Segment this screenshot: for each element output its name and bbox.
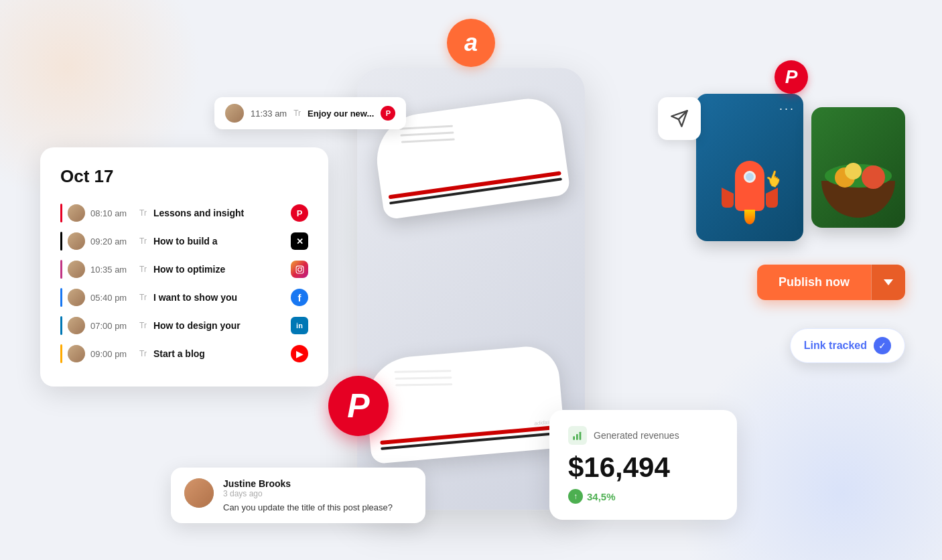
svg-rect-6: [576, 434, 578, 440]
schedule-item: 09:20 am Tr How to build a ✕: [60, 227, 308, 255]
notification-bar: 11:33 am Tr Enjoy our new... P: [214, 97, 406, 129]
comment-text: Can you update the title of this post pl…: [223, 502, 393, 512]
pinterest-top-right-letter: P: [785, 66, 798, 88]
revenue-label: Generated revenues: [594, 430, 679, 441]
schedule-title-6: Start a blog: [153, 348, 285, 359]
schedule-card: Oct 17 08:10 am Tr Lessons and insight P…: [40, 147, 328, 387]
growth-arrow-icon: ↑: [568, 489, 583, 504]
schedule-item: 08:10 am Tr Lessons and insight P: [60, 199, 308, 227]
link-tracked-badge: Link tracked ✓: [790, 328, 905, 363]
svg-point-2: [301, 267, 302, 268]
growth-percentage: 34,5%: [587, 491, 616, 502]
app-logo: a: [447, 19, 495, 67]
notification-platform-icon: P: [381, 106, 395, 121]
schedule-bar-5: [60, 316, 62, 335]
schedule-bar-2: [60, 232, 62, 251]
notification-text-icon: Tr: [293, 109, 301, 118]
schedule-item: 05:40 pm Tr I want to show you f: [60, 283, 308, 311]
schedule-text-icon-6: Tr: [139, 349, 147, 358]
schedule-date: Oct 17: [60, 166, 308, 187]
schedule-avatar-5: [68, 317, 85, 334]
schedule-text-icon-1: Tr: [139, 208, 147, 218]
schedule-title-5: How to design your: [153, 320, 285, 331]
schedule-item: 10:35 am Tr How to optimize: [60, 255, 308, 283]
notification-avatar: [225, 104, 244, 123]
schedule-title-2: How to build a: [153, 236, 285, 247]
schedule-bar-6: [60, 344, 62, 363]
revenue-card: Generated revenues $16,494 ↑ 34,5%: [549, 410, 737, 520]
pinterest-top-right-icon: P: [775, 60, 808, 94]
send-icon: [670, 109, 689, 128]
publish-dropdown-button[interactable]: [871, 265, 905, 300]
comment-author-name: Justine Brooks: [223, 478, 393, 489]
chevron-down-icon: [884, 279, 893, 285]
schedule-bar-3: [60, 260, 62, 279]
schedule-time-5: 07:00 pm: [90, 321, 134, 331]
schedule-bar-4: [60, 288, 62, 307]
svg-rect-0: [296, 266, 304, 273]
platform-icon-instagram: [291, 261, 308, 278]
publish-button-container[interactable]: Publish now: [757, 265, 905, 300]
schedule-text-icon-3: Tr: [139, 265, 147, 274]
chart-icon: [572, 430, 583, 441]
schedule-time-4: 05:40 pm: [90, 293, 134, 303]
schedule-text-icon-5: Tr: [139, 321, 147, 330]
notification-text: Enjoy our new...: [308, 109, 374, 119]
schedule-item: 07:00 pm Tr How to design your in: [60, 311, 308, 340]
schedule-title-3: How to optimize: [153, 264, 285, 275]
schedule-bar-1: [60, 204, 62, 222]
svg-point-1: [297, 267, 301, 271]
schedule-text-icon-4: Tr: [139, 293, 147, 302]
comment-card: Justine Brooks 3 days ago Can you update…: [171, 468, 425, 523]
more-options-dots: ···: [779, 102, 795, 116]
schedule-item: 09:00 pm Tr Start a blog ▶: [60, 340, 308, 368]
platform-icon-facebook: f: [291, 289, 308, 306]
svg-rect-7: [580, 432, 582, 440]
schedule-title-1: Lessons and insight: [153, 208, 285, 218]
schedule-avatar-2: [68, 232, 85, 250]
bowl-illustration: [821, 171, 895, 218]
pinterest-large-letter: P: [347, 387, 369, 425]
schedule-avatar-1: [68, 204, 85, 222]
schedule-title-4: I want to show you: [153, 292, 285, 303]
schedule-time-2: 09:20 am: [90, 236, 134, 247]
platform-icon-twitter: ✕: [291, 232, 308, 250]
revenue-header: Generated revenues: [568, 426, 718, 445]
rocket-image-card: ··· 👆: [696, 94, 803, 241]
revenue-amount: $16,494: [568, 451, 718, 484]
schedule-time-3: 10:35 am: [90, 265, 134, 275]
main-scene: a: [0, 0, 942, 560]
schedule-time-1: 08:10 am: [90, 208, 134, 218]
comment-content: Justine Brooks 3 days ago Can you update…: [223, 478, 393, 512]
pinterest-large-icon: P: [328, 376, 389, 436]
schedule-text-icon-2: Tr: [139, 236, 147, 246]
platform-icon-pinterest-1: P: [291, 204, 308, 222]
notification-time: 11:33 am: [251, 109, 287, 119]
schedule-avatar-4: [68, 289, 85, 306]
send-icon-card[interactable]: [658, 97, 701, 140]
schedule-time-6: 09:00 pm: [90, 349, 134, 359]
link-tracked-text: Link tracked: [804, 340, 867, 352]
schedule-avatar-6: [68, 345, 85, 362]
revenue-icon: [568, 426, 587, 445]
platform-icon-youtube: ▶: [291, 345, 308, 362]
publish-now-button[interactable]: Publish now: [757, 265, 871, 300]
comment-timestamp: 3 days ago: [223, 489, 393, 498]
schedule-avatar-3: [68, 261, 85, 278]
platform-icon-linkedin: in: [291, 317, 308, 334]
svg-rect-5: [573, 436, 575, 439]
food-image-card: [811, 107, 905, 228]
app-logo-letter: a: [464, 29, 478, 57]
revenue-growth: ↑ 34,5%: [568, 489, 718, 504]
rocket-illustration: 👆: [716, 141, 783, 228]
link-tracked-checkmark: ✓: [874, 337, 891, 354]
comment-author-avatar: [184, 478, 214, 508]
image-cards: ··· 👆: [696, 94, 905, 241]
